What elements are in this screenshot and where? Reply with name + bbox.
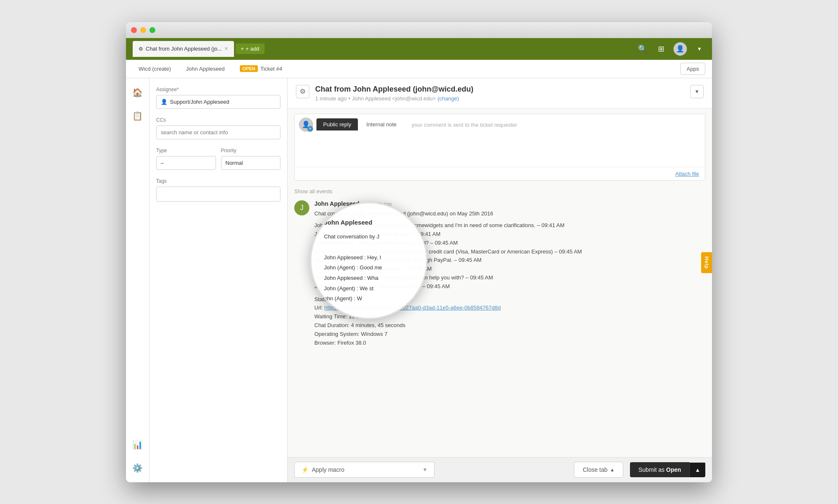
magnifier-line-3: John Appleseed : Hey, I (324, 253, 414, 263)
magnifier-content: John Appleseed Chat conversation by J Jo… (324, 217, 414, 304)
lightning-icon: ⚡ (301, 466, 308, 473)
priority-field-group: Priority Normal (221, 148, 281, 170)
tags-input[interactable] (156, 187, 280, 202)
magnifier-line-4: John (Agent) : Good me (324, 263, 414, 273)
submit-as-button[interactable]: Submit as Open (630, 462, 689, 477)
add-tab-button[interactable]: + + add (236, 43, 265, 54)
magnifier-overlay: John Appleseed Chat conversation by J Jo… (310, 202, 427, 319)
ccs-input-wrapper (156, 125, 280, 139)
magnifier-line-2 (324, 242, 414, 253)
close-tab-icon[interactable]: ✕ (224, 46, 228, 51)
top-nav: ⚙ Chat from John Appleseed (jo... ✕ + + … (126, 38, 712, 60)
show-all-events[interactable]: Show all events (288, 186, 712, 197)
icon-sidebar: 🏠 📋 📊 ⚙️ (126, 78, 149, 482)
sidebar-bottom: 📊 ⚙️ (130, 437, 145, 476)
wicd-tab[interactable]: Wicd (create) (133, 62, 177, 75)
type-select[interactable]: – (156, 156, 216, 170)
user-avatar[interactable]: 👤 (673, 42, 687, 56)
apply-macro-chevron: ▼ (422, 467, 427, 473)
tags-label: Tags (156, 178, 280, 184)
ticket-title: Chat from John Appleseed (john@wicd.edu) (315, 85, 684, 94)
assignee-label: Assignee* (156, 87, 280, 92)
priority-select[interactable]: Normal (221, 156, 281, 170)
settings-icon[interactable]: ⚙️ (130, 461, 145, 476)
plus-icon: + (241, 46, 244, 52)
reply-footer: Attach file (295, 167, 705, 180)
attach-file-link[interactable]: Attach file (675, 171, 699, 177)
left-panel: Assignee* 👤 Support/John Appleseed CCs T… (149, 78, 288, 482)
open-badge: OPEN (240, 65, 258, 72)
grid-icon[interactable]: ⊞ (655, 44, 667, 54)
magnifier-title: John Appleseed (324, 217, 414, 229)
secondary-nav: Wicd (create) John Appleseed OPEN Ticket… (126, 60, 712, 78)
submit-button-group: Submit as Open ▲ (630, 462, 705, 477)
magnifier-line-5: John Appleseed : Wha (324, 273, 414, 284)
minimize-button[interactable] (140, 27, 146, 33)
active-tab-label: Chat from John Appleseed (jo... (146, 46, 222, 52)
close-tab-button[interactable]: Close tab ▲ (574, 462, 623, 478)
magnifier-line-7: ohn (Agent) : W (324, 294, 414, 304)
tab-settings-icon: ⚙ (139, 46, 143, 52)
reports-icon[interactable]: 📊 (130, 437, 145, 452)
plus-indicator: + (307, 126, 313, 132)
ticket-meta: 1 minute ago • John Appleseed <john@wicd… (315, 95, 684, 102)
apps-button[interactable]: Apps (680, 63, 705, 75)
tab-bar: ⚙ Chat from John Appleseed (jo... ✕ + + … (133, 41, 637, 57)
ticket-header-info: Chat from John Appleseed (john@wicd.edu)… (315, 85, 684, 102)
close-tab-chevron-icon: ▲ (610, 467, 614, 472)
public-reply-tab[interactable]: Public reply (316, 118, 358, 130)
reply-area: 👤 + Public reply Internal note your comm… (294, 114, 705, 181)
ticket-tab[interactable]: OPEN Ticket #4 (234, 62, 288, 75)
assignee-input: 👤 Support/John Appleseed (156, 95, 280, 109)
reply-textarea[interactable] (295, 132, 705, 165)
ccs-input[interactable] (161, 129, 276, 136)
magnifier-line-6: John (Agent) : We st (324, 284, 414, 294)
chevron-down-icon[interactable]: ▼ (694, 46, 705, 52)
magnifier-line-1: Chat conversation by J (324, 232, 414, 242)
top-nav-actions: 🔍 ⊞ 👤 ▼ (637, 42, 705, 56)
home-icon[interactable]: 🏠 (130, 85, 145, 100)
active-tab[interactable]: ⚙ Chat from John Appleseed (jo... ✕ (133, 41, 234, 57)
titlebar (126, 22, 712, 38)
change-link[interactable]: (change) (437, 95, 459, 102)
type-label: Type (156, 148, 216, 154)
submit-dropdown-button[interactable]: ▲ (689, 463, 705, 477)
traffic-lights (131, 27, 155, 33)
message-avatar: J (294, 200, 309, 215)
tags-field-group: Tags (156, 178, 280, 202)
ccs-label: CCs (156, 117, 280, 123)
apply-macro-button[interactable]: ⚡ Apply macro ▼ (294, 462, 434, 478)
maximize-button[interactable] (149, 27, 155, 33)
priority-label: Priority (221, 148, 281, 154)
close-button[interactable] (131, 27, 137, 33)
tickets-icon[interactable]: 📋 (130, 108, 145, 123)
assignee-person-icon: 👤 (161, 99, 167, 105)
ticket-dropdown-button[interactable]: ▼ (690, 85, 704, 98)
internal-note-tab[interactable]: Internal note (360, 118, 403, 130)
ticket-gear-button[interactable]: ⚙ (296, 85, 309, 98)
ccs-field-group: CCs (156, 117, 280, 139)
bottom-bar: ⚡ Apply macro ▼ Close tab ▲ Submit as Op… (288, 457, 712, 482)
type-priority-row: Type – Priority Normal (156, 148, 280, 170)
search-icon[interactable]: 🔍 (637, 44, 648, 54)
help-button[interactable]: Help (701, 252, 712, 273)
ticket-header: ⚙ Chat from John Appleseed (john@wicd.ed… (288, 78, 712, 109)
john-appleseed-tab[interactable]: John Appleseed (180, 62, 231, 75)
assignee-value: Support/John Appleseed (170, 99, 229, 105)
reply-hint: your comment is sent to the ticket reque… (405, 118, 524, 130)
assignee-field-group: Assignee* 👤 Support/John Appleseed (156, 87, 280, 109)
type-field-group: Type – (156, 148, 216, 170)
